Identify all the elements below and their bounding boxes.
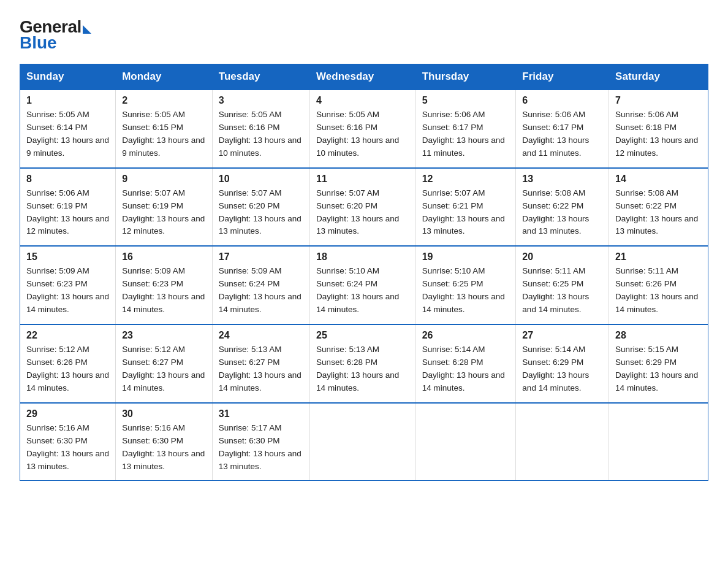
day-header-monday: Monday [116,64,213,90]
day-number: 7 [615,95,702,106]
day-info: Sunrise: 5:05 AMSunset: 6:14 PMDaylight:… [26,110,109,158]
day-info: Sunrise: 5:06 AMSunset: 6:19 PMDaylight:… [26,188,109,236]
day-number: 31 [219,408,303,419]
logo-blue-text: Blue [20,33,57,53]
calendar-week-row: 22 Sunrise: 5:12 AMSunset: 6:26 PMDaylig… [20,324,708,403]
calendar-cell: 1 Sunrise: 5:05 AMSunset: 6:14 PMDayligh… [20,90,116,168]
day-number: 2 [122,95,206,106]
day-info: Sunrise: 5:05 AMSunset: 6:16 PMDaylight:… [316,110,399,158]
calendar-cell [310,403,416,481]
day-number: 10 [219,174,303,185]
calendar-header-row: SundayMondayTuesdayWednesdayThursdayFrid… [20,64,708,90]
day-number: 14 [615,174,702,185]
calendar-cell: 11 Sunrise: 5:07 AMSunset: 6:20 PMDaylig… [310,168,416,247]
calendar-cell: 27 Sunrise: 5:14 AMSunset: 6:29 PMDaylig… [516,324,609,403]
day-info: Sunrise: 5:09 AMSunset: 6:23 PMDaylight:… [26,266,109,314]
calendar-cell: 25 Sunrise: 5:13 AMSunset: 6:28 PMDaylig… [310,324,416,403]
calendar-cell: 3 Sunrise: 5:05 AMSunset: 6:16 PMDayligh… [212,90,309,168]
calendar-cell: 9 Sunrise: 5:07 AMSunset: 6:19 PMDayligh… [116,168,213,247]
day-number: 1 [26,95,109,106]
day-number: 18 [316,251,409,262]
logo: General Blue [20,17,91,53]
day-number: 25 [316,330,409,341]
calendar-week-row: 29 Sunrise: 5:16 AMSunset: 6:30 PMDaylig… [20,403,708,481]
day-info: Sunrise: 5:11 AMSunset: 6:26 PMDaylight:… [615,266,698,314]
calendar-cell: 23 Sunrise: 5:12 AMSunset: 6:27 PMDaylig… [116,324,213,403]
day-number: 6 [522,95,602,106]
calendar-cell: 12 Sunrise: 5:07 AMSunset: 6:21 PMDaylig… [415,168,516,247]
day-header-thursday: Thursday [415,64,516,90]
calendar-week-row: 1 Sunrise: 5:05 AMSunset: 6:14 PMDayligh… [20,90,708,168]
calendar-cell: 7 Sunrise: 5:06 AMSunset: 6:18 PMDayligh… [609,90,708,168]
calendar-cell: 4 Sunrise: 5:05 AMSunset: 6:16 PMDayligh… [310,90,416,168]
day-number: 26 [422,330,510,341]
day-number: 5 [422,95,510,106]
calendar-cell: 21 Sunrise: 5:11 AMSunset: 6:26 PMDaylig… [609,246,708,324]
day-info: Sunrise: 5:13 AMSunset: 6:28 PMDaylight:… [316,345,399,393]
day-header-friday: Friday [516,64,609,90]
calendar-cell: 5 Sunrise: 5:06 AMSunset: 6:17 PMDayligh… [415,90,516,168]
calendar-week-row: 15 Sunrise: 5:09 AMSunset: 6:23 PMDaylig… [20,246,708,324]
day-info: Sunrise: 5:13 AMSunset: 6:27 PMDaylight:… [219,345,301,393]
day-number: 23 [122,330,206,341]
calendar-cell: 30 Sunrise: 5:16 AMSunset: 6:30 PMDaylig… [116,403,213,481]
day-number: 4 [316,95,409,106]
day-number: 11 [316,174,409,185]
day-info: Sunrise: 5:12 AMSunset: 6:26 PMDaylight:… [26,345,109,393]
page-header: General Blue [20,15,708,53]
day-number: 28 [615,330,702,341]
logo-triangle-icon [83,25,91,34]
day-info: Sunrise: 5:07 AMSunset: 6:19 PMDaylight:… [122,188,205,236]
day-info: Sunrise: 5:14 AMSunset: 6:28 PMDaylight:… [422,345,505,393]
day-number: 15 [26,251,109,262]
day-info: Sunrise: 5:09 AMSunset: 6:23 PMDaylight:… [122,266,205,314]
day-number: 24 [219,330,303,341]
day-number: 19 [422,251,510,262]
day-number: 8 [26,174,109,185]
calendar-cell: 31 Sunrise: 5:17 AMSunset: 6:30 PMDaylig… [212,403,309,481]
day-number: 21 [615,251,702,262]
day-number: 22 [26,330,109,341]
calendar-cell: 18 Sunrise: 5:10 AMSunset: 6:24 PMDaylig… [310,246,416,324]
day-number: 20 [522,251,602,262]
day-header-tuesday: Tuesday [212,64,309,90]
day-info: Sunrise: 5:05 AMSunset: 6:16 PMDaylight:… [219,110,301,158]
calendar-week-row: 8 Sunrise: 5:06 AMSunset: 6:19 PMDayligh… [20,168,708,247]
calendar-cell: 17 Sunrise: 5:09 AMSunset: 6:24 PMDaylig… [212,246,309,324]
calendar-cell: 13 Sunrise: 5:08 AMSunset: 6:22 PMDaylig… [516,168,609,247]
day-info: Sunrise: 5:14 AMSunset: 6:29 PMDaylight:… [522,345,589,393]
day-number: 9 [122,174,206,185]
day-info: Sunrise: 5:07 AMSunset: 6:21 PMDaylight:… [422,188,505,236]
day-header-wednesday: Wednesday [310,64,416,90]
calendar-cell: 20 Sunrise: 5:11 AMSunset: 6:25 PMDaylig… [516,246,609,324]
day-info: Sunrise: 5:08 AMSunset: 6:22 PMDaylight:… [615,188,698,236]
day-header-sunday: Sunday [20,64,116,90]
calendar-cell: 29 Sunrise: 5:16 AMSunset: 6:30 PMDaylig… [20,403,116,481]
day-info: Sunrise: 5:16 AMSunset: 6:30 PMDaylight:… [122,423,205,471]
calendar-cell: 19 Sunrise: 5:10 AMSunset: 6:25 PMDaylig… [415,246,516,324]
day-info: Sunrise: 5:12 AMSunset: 6:27 PMDaylight:… [122,345,205,393]
day-number: 17 [219,251,303,262]
day-number: 3 [219,95,303,106]
day-info: Sunrise: 5:06 AMSunset: 6:17 PMDaylight:… [422,110,505,158]
day-number: 13 [522,174,602,185]
day-number: 27 [522,330,602,341]
day-info: Sunrise: 5:08 AMSunset: 6:22 PMDaylight:… [522,188,589,236]
day-info: Sunrise: 5:06 AMSunset: 6:18 PMDaylight:… [615,110,698,158]
day-number: 30 [122,408,206,419]
day-info: Sunrise: 5:16 AMSunset: 6:30 PMDaylight:… [26,423,109,471]
day-info: Sunrise: 5:10 AMSunset: 6:24 PMDaylight:… [316,266,399,314]
day-header-saturday: Saturday [609,64,708,90]
calendar-cell: 22 Sunrise: 5:12 AMSunset: 6:26 PMDaylig… [20,324,116,403]
day-info: Sunrise: 5:17 AMSunset: 6:30 PMDaylight:… [219,423,301,471]
calendar-cell: 8 Sunrise: 5:06 AMSunset: 6:19 PMDayligh… [20,168,116,247]
calendar-cell: 6 Sunrise: 5:06 AMSunset: 6:17 PMDayligh… [516,90,609,168]
calendar-cell: 15 Sunrise: 5:09 AMSunset: 6:23 PMDaylig… [20,246,116,324]
calendar-cell: 16 Sunrise: 5:09 AMSunset: 6:23 PMDaylig… [116,246,213,324]
calendar-cell [415,403,516,481]
calendar-cell [516,403,609,481]
day-info: Sunrise: 5:06 AMSunset: 6:17 PMDaylight:… [522,110,589,158]
day-number: 29 [26,408,109,419]
calendar-table: SundayMondayTuesdayWednesdayThursdayFrid… [20,64,708,481]
calendar-cell [609,403,708,481]
